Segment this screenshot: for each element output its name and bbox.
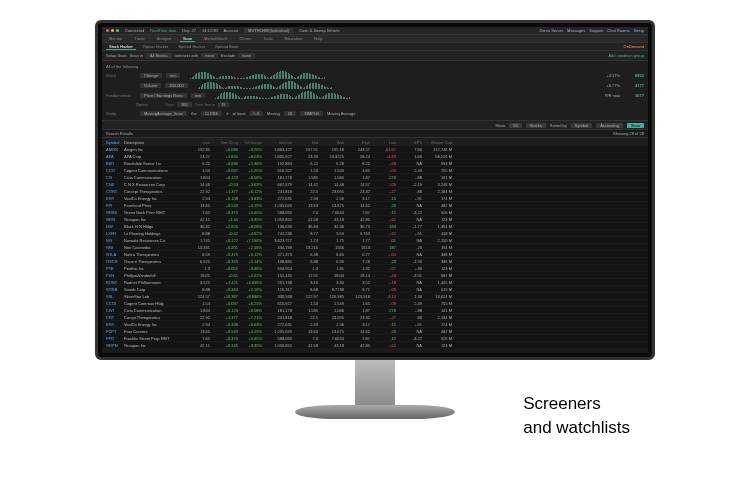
topbar-link[interactable]: Support <box>589 28 603 33</box>
funda-metric-select[interactable]: Price / Earnings Ratio <box>140 93 187 98</box>
sort-controls: Show 50 Stocks Sorted by Symbol Ascendin… <box>102 120 648 130</box>
table-row[interactable]: EGY VaalCo Energy Inc 2.94 +0.108 +3.63%… <box>102 321 648 328</box>
table-row[interactable]: OSCR Oscure Therapeutics 6.925 +0.345 +5… <box>102 258 648 265</box>
desc-cell: Brookdale Senior Liv <box>124 161 182 166</box>
maximize-icon[interactable] <box>116 29 119 32</box>
table-row[interactable]: GRN Groupon Inc 42.11 +1.45 +3.35% 1,959… <box>102 216 648 223</box>
table-row[interactable]: CCOI Cogent Commun Hldg 1.54 +0.097 +6.2… <box>102 300 648 307</box>
menu-help[interactable]: Help <box>311 36 325 41</box>
table-row[interactable]: GRBK Green Brick Prtnr REIT 7.65 +0.379 … <box>102 209 648 216</box>
study-val2-input[interactable]: 50 <box>284 111 296 116</box>
intersect-select[interactable]: none <box>201 53 218 58</box>
window-controls[interactable] <box>106 29 119 32</box>
symbol-cell: GRBK <box>106 210 124 215</box>
volume-metric-select[interactable]: Volume <box>140 83 161 88</box>
result-type-select[interactable]: Stocks <box>526 123 546 128</box>
col-header[interactable]: High <box>344 140 370 145</box>
menu-charts[interactable]: Charts <box>236 36 254 41</box>
table-row[interactable]: GRPN Groupon Inc 42.11 +0.145 +3.35% 1,9… <box>102 342 648 349</box>
table-row[interactable]: NG Novadix Resources Co 1.745 +0.122 +7.… <box>102 237 648 244</box>
menu-tools[interactable]: Tools <box>260 36 275 41</box>
show-count-input[interactable]: 50 <box>509 123 521 128</box>
subtab[interactable]: Spread Hacker <box>175 44 208 49</box>
table-row[interactable]: HW Black H N Hldgs 36.32 +2.826 +8.28% 1… <box>102 223 648 230</box>
desc-cell: Farmland Ptnrs <box>124 203 182 208</box>
table-row[interactable]: CCO Cogent Communications 1.54 +0.097 +1… <box>102 167 648 174</box>
subtab[interactable]: Stock Hacker <box>106 44 136 50</box>
menu-analyze[interactable]: Analyze <box>154 36 174 41</box>
add-condition-button[interactable]: Add condition group <box>608 53 644 58</box>
table-row[interactable]: CRT Corcpt Therapeutics 22.92 +1.377 +7.… <box>102 314 648 321</box>
scan-universe-select[interactable]: All Stocks <box>146 53 172 58</box>
table-row[interactable]: AMGN Amgen Inc 192.85 +6.086 +3.26% 1,86… <box>102 146 648 153</box>
symbol-cell: SORB <box>106 287 124 292</box>
desc-cell: Four Corners <box>124 329 182 334</box>
volume-sparkline <box>192 81 603 89</box>
subtab[interactable]: Option Hacker <box>140 44 172 49</box>
col-header[interactable]: EPS <box>396 140 422 145</box>
symbol-cell: NTLA <box>106 252 124 257</box>
table-row[interactable]: SSL SilverStar Lab 124.57 +10.387 +8.886… <box>102 293 648 300</box>
table-row[interactable]: CG Civis Communication 1.844 +0.123 +8.5… <box>102 174 648 181</box>
table-row[interactable]: EGY VaalCo Energy Inc 2.94 +0.108 +3.83%… <box>102 195 648 202</box>
funda-max-label: P/E max <box>605 93 620 98</box>
close-icon[interactable] <box>106 29 109 32</box>
scan-button[interactable]: Scan <box>627 123 644 128</box>
volume-min-input[interactable]: 100,000 <box>165 83 187 88</box>
col-header[interactable]: Volume <box>262 140 292 145</box>
menu-trade[interactable]: Trade <box>131 36 147 41</box>
topbar-link[interactable]: Demo Server <box>540 28 564 33</box>
table-row[interactable]: NTLA Nuttra Therapeutics 6.59 +0.379 +6.… <box>102 251 648 258</box>
funda-min-input[interactable]: min <box>191 93 205 98</box>
table-row[interactable]: NNI Nnn Cosmedia 13.331 +0.201 +2.56% 43… <box>102 244 648 251</box>
subtab[interactable]: Spread Book <box>212 44 241 49</box>
table-row[interactable]: PVH Phillips-Vanderbilt 18.01 +0.61 +4.0… <box>102 272 648 279</box>
sort-column-select[interactable]: Symbol <box>571 123 592 128</box>
study-type-select[interactable]: SIMPLE <box>300 111 323 116</box>
table-row[interactable]: CNX C N X Resources Corp 14.46 +0.53 +3.… <box>102 181 648 188</box>
col-header[interactable]: Ask <box>318 140 344 145</box>
timeframe-select[interactable]: D <box>218 102 229 107</box>
menu-scan[interactable]: Scan <box>180 36 195 42</box>
sort-dir-select[interactable]: Ascending <box>596 123 623 128</box>
table-row[interactable]: LXFR Lx Flooring Holdings 8.88 +0.42 +4.… <box>102 230 648 237</box>
fundamental-filter-row: Fundamentals Price / Earnings Ratio min … <box>106 90 644 100</box>
table-row[interactable]: FPI Farmland Ptnrs 13.65 +0.549 +4.19% 1… <box>102 202 648 209</box>
exclude-label: Exclude <box>221 53 235 58</box>
desc-cell: Civis Communication <box>124 175 182 180</box>
study-select[interactable]: MovingAverage_Scan <box>140 111 187 116</box>
col-header[interactable]: Low <box>370 140 396 145</box>
days-input[interactable]: 365 <box>177 102 192 107</box>
col-header[interactable]: Last <box>182 140 210 145</box>
stock-metric-select[interactable]: Change <box>140 73 162 78</box>
table-row[interactable]: BKD Brookdale Senior Liv 6.22 +0.836 +2.… <box>102 160 648 167</box>
table-row[interactable]: PTE Perithio Inc 1.3 +0.051 +3.36% 694,9… <box>102 265 648 272</box>
menu-education[interactable]: Education <box>282 36 306 41</box>
topbar-link[interactable]: Messages <box>567 28 585 33</box>
stock-min-input[interactable]: min <box>166 73 180 78</box>
table-row[interactable]: SORB Sonab Corp 8.88 +0.344 +2.16% 116,3… <box>102 286 648 293</box>
table-row[interactable]: APA APA Corp 23.27 +1.845 +8.23% 1,805,9… <box>102 153 648 160</box>
table-row[interactable]: RDNT Radnet Philharmonic 3.525 +1.421 +4… <box>102 279 648 286</box>
study-close-select[interactable]: CLOSE <box>201 111 223 116</box>
col-header[interactable]: Symbol <box>106 140 124 145</box>
col-header[interactable]: %Change <box>238 140 262 145</box>
account-selector[interactable]: MUTSCHM (Individual) <box>244 28 293 33</box>
menu-marketwatch[interactable]: MarketWatch <box>201 36 230 41</box>
minimize-icon[interactable] <box>111 29 114 32</box>
col-header[interactable]: Bid <box>292 140 318 145</box>
topbar-link[interactable]: Chat Rooms <box>607 28 629 33</box>
topbar-link[interactable]: Setup <box>634 28 644 33</box>
table-row[interactable]: FPO Franklin Street Prop REIT 7.65 +0.37… <box>102 335 648 342</box>
exclude-select[interactable]: none <box>238 53 255 58</box>
table-row[interactable]: CORT Corcept Therapeutics 22.92 +1.377 +… <box>102 188 648 195</box>
ondemand-toggle[interactable]: OnDemand <box>624 44 644 49</box>
col-header[interactable]: Net Chng <box>210 140 238 145</box>
table-row[interactable]: CIVI Civis Communication 1.844 +0.123 +8… <box>102 307 648 314</box>
menu-monitor[interactable]: Monitor <box>106 36 125 41</box>
col-header[interactable]: Market Cap <box>422 140 452 145</box>
study-val1-input[interactable]: 5.0 <box>249 111 263 116</box>
symbol-cell: EGY <box>106 322 124 327</box>
table-row[interactable]: FCPT Four Corners 13.65 +0.549 +4.19% 1,… <box>102 328 648 335</box>
col-header[interactable]: Description <box>124 140 182 145</box>
